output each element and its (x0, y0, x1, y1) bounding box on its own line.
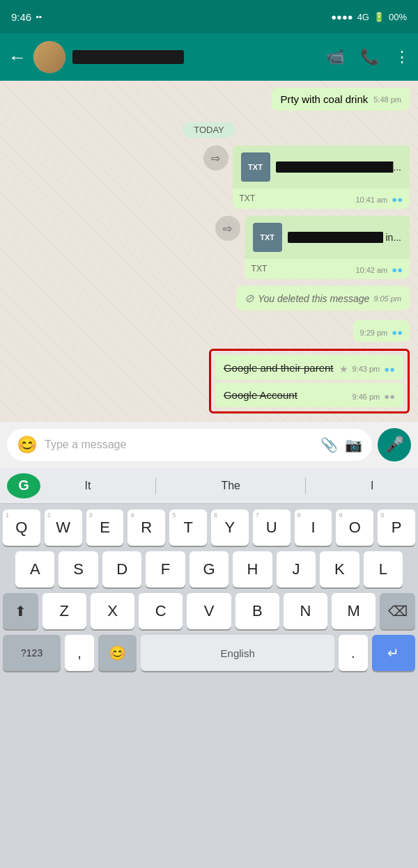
key-k[interactable]: K (320, 551, 359, 587)
file-bubble-2: TXT H████ ████ ████ in... TXT 10:42 am ●… (245, 216, 410, 279)
message-input-field[interactable]: 😊 Type a message 📎 📷 (7, 429, 372, 461)
chat-area: Prty with coal drink 5:48 pm TODAY ⇨ TXT… (0, 81, 418, 422)
deleted-message: ⊘ You deleted this message 9:05 pm (236, 286, 410, 310)
contact-name-redacted (72, 50, 184, 64)
signal-icon: ●●●● (331, 12, 353, 22)
last-preview-bubble: Prty with coal drink 5:48 pm (272, 88, 410, 111)
key-z[interactable]: Z (42, 593, 86, 629)
today-label: TODAY (183, 123, 235, 136)
ts-time: 9:29 pm (360, 329, 388, 337)
key-c[interactable]: C (139, 593, 183, 629)
attach-button[interactable]: 📎 (320, 436, 338, 453)
ts-ticks: ●● (392, 327, 403, 338)
msg-ticks-2: ●● (392, 265, 403, 275)
key-space[interactable]: English (141, 635, 334, 671)
highlighted-messages-box: Google and their parent ★ 9:43 pm ●● Goo… (209, 349, 410, 413)
key-delete[interactable]: ⌫ (380, 593, 415, 629)
keyboard-suggestions-bar: G It The I (0, 468, 418, 504)
battery-icon: 🔋 (373, 12, 385, 22)
key-s[interactable]: S (59, 551, 98, 587)
file-type-label-2: TXT (251, 264, 268, 274)
suggestion-it[interactable]: It (75, 480, 101, 492)
key-l[interactable]: L (364, 551, 403, 587)
forward-icon-2[interactable]: ⇨ (215, 216, 240, 241)
key-p[interactable]: 0P (378, 510, 415, 546)
menu-icon[interactable]: ⋮ (394, 48, 410, 66)
msg-time-1: 10:41 am (355, 196, 387, 204)
file-name-1: H████████████████... (276, 161, 402, 173)
msg-time-2: 10:42 am (355, 266, 387, 274)
key-comma[interactable]: , (65, 635, 94, 671)
key-symbols[interactable]: ?123 (3, 635, 61, 671)
status-time: 9:46 (11, 11, 31, 23)
network-type: 4G (357, 12, 369, 22)
key-r[interactable]: 4R (127, 510, 165, 546)
key-a[interactable]: A (15, 551, 54, 587)
key-o[interactable]: 9O (336, 510, 373, 546)
file-type-icon-1: TXT (241, 152, 270, 182)
emoji-button[interactable]: 😊 (17, 435, 38, 455)
key-v[interactable]: V (187, 593, 231, 629)
strikethrough-text-2: Google Account (224, 389, 297, 401)
key-period[interactable]: . (339, 635, 368, 671)
file-type-icon-2: TXT (253, 223, 282, 252)
avatar[interactable] (33, 41, 65, 73)
msg-ticks-4: ●● (384, 391, 395, 402)
key-e[interactable]: 3E (86, 510, 124, 546)
key-i[interactable]: 8I (295, 510, 332, 546)
back-button[interactable]: ← (8, 47, 26, 68)
chat-header: ← 📹 📞 ⋮ (0, 33, 418, 81)
mic-icon: 🎤 (385, 436, 404, 454)
keyboard-row-3: ⬆ Z X C V B N M ⌫ (3, 593, 415, 629)
input-bar: 😊 Type a message 📎 📷 🎤 (0, 422, 418, 468)
last-preview-text: Prty with coal drink (280, 93, 368, 105)
key-t[interactable]: 5T (169, 510, 207, 546)
strikethrough-msg-1: Google and their parent ★ 9:43 pm ●● (215, 355, 403, 380)
file-type-label-1: TXT (240, 194, 256, 203)
deleted-time: 9:05 pm (373, 294, 401, 303)
key-b[interactable]: B (235, 593, 279, 629)
grammarly-button[interactable]: G (7, 473, 40, 498)
keyboard-row-2: A S D F G H J K L (3, 551, 415, 587)
key-q[interactable]: 1Q (3, 510, 40, 546)
key-u[interactable]: 7U (253, 510, 291, 546)
battery-level: 00% (389, 12, 407, 22)
input-placeholder: Type a message (45, 439, 314, 451)
camera-button[interactable]: 📷 (345, 436, 362, 453)
status-bar: 9:46 ▪▪ ●●●● 4G 🔋 00% (0, 0, 418, 33)
msg-time-3: 9:43 pm (353, 365, 380, 373)
key-y[interactable]: 6Y (211, 510, 249, 546)
key-h[interactable]: H (233, 551, 272, 587)
file-name-2: H████ ████ ████ in... (288, 232, 401, 243)
forward-icon-1[interactable]: ⇨ (203, 145, 229, 171)
key-emoji[interactable]: 😊 (98, 635, 137, 671)
key-x[interactable]: X (91, 593, 134, 629)
video-call-icon[interactable]: 📹 (326, 48, 345, 66)
msg-ticks-3: ●● (384, 364, 395, 374)
file-bubble-1: TXT H████████████████... TXT 10:41 am ●● (233, 145, 410, 209)
keyboard: G It The I 1Q 2W 3E 4R 5T 6Y 7U 8I 9O 0P… (0, 468, 418, 868)
key-enter[interactable]: ↵ (372, 635, 415, 671)
timestamp-bubble: 9:29 pm ●● (353, 320, 410, 342)
key-w[interactable]: 2W (45, 510, 82, 546)
key-m[interactable]: M (332, 593, 376, 629)
strikethrough-msg-2: Google Account 9:46 pm ●● (215, 383, 403, 407)
last-preview-time: 5:48 pm (373, 95, 401, 104)
key-n[interactable]: N (284, 593, 327, 629)
suggestion-the[interactable]: The (211, 480, 250, 492)
mic-button[interactable]: 🎤 (378, 428, 411, 461)
key-g[interactable]: G (189, 551, 229, 587)
msg-time-4: 9:46 pm (353, 393, 380, 401)
msg-ticks-1: ●● (392, 194, 403, 205)
suggestion-i[interactable]: I (361, 480, 383, 492)
key-j[interactable]: J (277, 551, 316, 587)
voice-call-icon[interactable]: 📞 (360, 48, 379, 66)
strikethrough-text-1: Google and their parent (224, 362, 334, 374)
key-d[interactable]: D (102, 551, 141, 587)
keyboard-row-4: ?123 , 😊 English . ↵ (3, 635, 415, 671)
status-sim-icon: ▪▪ (36, 12, 42, 22)
key-f[interactable]: F (146, 551, 185, 587)
key-shift[interactable]: ⬆ (3, 593, 38, 629)
star-icon: ★ (339, 363, 348, 374)
keyboard-row-1: 1Q 2W 3E 4R 5T 6Y 7U 8I 9O 0P (3, 510, 415, 546)
